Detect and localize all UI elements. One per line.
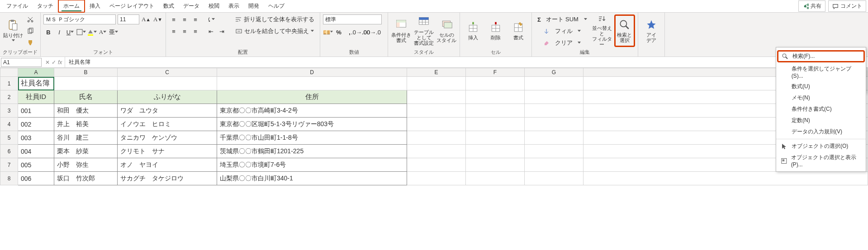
menu-insert[interactable]: 挿入 (85, 0, 105, 12)
number-format-combo[interactable]: 標準 (323, 14, 382, 24)
cell-A1[interactable]: 社員名簿 (18, 77, 54, 90)
row-header-1[interactable]: 1 (0, 77, 18, 90)
align-top-button[interactable]: ≡ (169, 14, 179, 24)
decrease-decimal-button[interactable]: .00→.0 (366, 27, 376, 37)
row-header-7[interactable]: 7 (0, 158, 18, 172)
select-all-corner[interactable] (0, 68, 18, 77)
clear-button[interactable]: クリア (535, 38, 590, 48)
sort-filter-button[interactable]: 並べ替えと フィルター (592, 14, 612, 47)
menu-developer[interactable]: 開発 (244, 0, 264, 12)
menu-data[interactable]: データ (179, 0, 204, 12)
orientation-button[interactable]: ⤹ (206, 14, 216, 24)
col-header-E[interactable]: E (407, 68, 466, 77)
dropdown-notes[interactable]: メモ(N) (776, 92, 866, 104)
cell-D1[interactable] (217, 77, 407, 90)
cell-A3[interactable]: 001 (18, 104, 54, 118)
find-select-button[interactable]: 検索と 選択 (614, 14, 635, 47)
cell-B1[interactable] (54, 77, 118, 90)
cell-C6[interactable]: クリモト サナ (118, 145, 217, 158)
cell-A7[interactable]: 005 (18, 158, 54, 172)
col-header-D[interactable]: D (217, 68, 407, 77)
cell-A4[interactable]: 002 (18, 118, 54, 131)
cell-D8[interactable]: 山梨県〇〇市白川町340-1 (217, 172, 407, 185)
merge-center-button[interactable]: セルを結合して中央揃え (232, 26, 317, 36)
dropdown-cond-fmt[interactable]: 条件付き書式(C) (776, 104, 866, 115)
font-color-button[interactable]: A (98, 27, 108, 37)
cell-D5[interactable]: 千葉県〇〇市山田町1-1-8号 (217, 131, 407, 145)
percent-button[interactable]: % (334, 27, 344, 37)
enter-formula-icon[interactable]: ✓ (52, 59, 56, 66)
cell-B6[interactable]: 栗本 紗菜 (54, 145, 118, 158)
name-box[interactable]: A1 (1, 58, 42, 67)
cell-D7[interactable]: 埼玉県〇〇市境町7-6号 (217, 158, 407, 172)
format-cells-button[interactable]: 書式 (508, 14, 529, 47)
phonetic-button[interactable]: 亜 (109, 27, 119, 37)
cell-C7[interactable]: オノ ヤヨイ (118, 158, 217, 172)
cell-C4[interactable]: イノウエ ヒロミ (118, 118, 217, 131)
col-header-B[interactable]: B (54, 68, 118, 77)
dropdown-formulas[interactable]: 数式(U) (776, 81, 866, 92)
dropdown-find[interactable]: 検索(F)... (777, 50, 865, 62)
delete-cells-button[interactable]: 削除 (485, 14, 506, 47)
fill-color-button[interactable] (87, 27, 97, 37)
paste-button[interactable]: 貼り付け (3, 14, 24, 47)
cell-B3[interactable]: 和田 優太 (54, 104, 118, 118)
dropdown-constants[interactable]: 定数(N) (776, 115, 866, 126)
conditional-formatting-button[interactable]: 条件付き 書式 (391, 14, 412, 47)
cell-styles-button[interactable]: セルの スタイル (436, 14, 457, 47)
dropdown-selection-pane[interactable]: オブジェクトの選択と表示(P)... (776, 152, 866, 170)
bold-button[interactable]: B (43, 27, 53, 37)
menu-touch[interactable]: タッチ (33, 0, 58, 12)
indent-decrease-button[interactable]: ⇤ (206, 26, 216, 36)
underline-button[interactable]: U (65, 27, 75, 37)
cell-D4[interactable]: 東京都〇〇区堀町5-1-3号リヴァー803号 (217, 118, 407, 131)
col-header-F[interactable]: F (466, 68, 525, 77)
cell-B7[interactable]: 小野 弥生 (54, 158, 118, 172)
dropdown-select-objects[interactable]: オブジェクトの選択(O) (776, 141, 866, 152)
col-header-C[interactable]: C (118, 68, 217, 77)
menu-pagelayout[interactable]: ページ レイアウト (105, 0, 159, 12)
cell-C8[interactable]: サカグチ タケジロウ (118, 172, 217, 185)
row-header-5[interactable]: 5 (0, 131, 18, 145)
cell-D3[interactable]: 東京都〇〇市高崎町3-4-2号 (217, 104, 407, 118)
copy-button[interactable] (25, 26, 35, 36)
cell-E1[interactable] (407, 77, 466, 90)
format-painter-button[interactable] (25, 38, 35, 48)
align-middle-button[interactable]: ≡ (180, 14, 190, 24)
cell-C5[interactable]: タニカワ ケンゾウ (118, 131, 217, 145)
ideas-button[interactable]: アイ デア (641, 14, 662, 47)
menu-review[interactable]: 校閲 (204, 0, 224, 12)
cell-G1[interactable] (525, 77, 583, 90)
format-as-table-button[interactable]: テーブルとして 書式設定 (413, 14, 434, 47)
menu-formulas[interactable]: 数式 (159, 0, 179, 12)
cancel-formula-icon[interactable]: ✕ (45, 59, 50, 66)
wrap-text-button[interactable]: 折り返して全体を表示する (232, 14, 317, 24)
menu-help[interactable]: ヘルプ (264, 0, 289, 12)
align-bottom-button[interactable]: ≡ (190, 14, 200, 24)
menu-view[interactable]: 表示 (224, 0, 244, 12)
worksheet-grid[interactable]: A B C D E F G 1 社員名簿 2 社員ID 氏名 ふりがな 住所 3… (0, 68, 868, 185)
menu-file[interactable]: ファイル (2, 0, 33, 12)
cell-A2[interactable]: 社員ID (18, 90, 54, 104)
align-right-button[interactable]: ≡ (190, 26, 200, 36)
col-header-G[interactable]: G (525, 68, 583, 77)
row-header-4[interactable]: 4 (0, 118, 18, 131)
cell-D6[interactable]: 茨城県〇〇市鶴田町1201-225 (217, 145, 407, 158)
font-size-combo[interactable]: 11 (118, 14, 139, 24)
dropdown-goto-special[interactable]: 条件を選択してジャンプ(S)... (776, 63, 866, 81)
cell-C2[interactable]: ふりがな (118, 90, 217, 104)
fill-button[interactable]: フィル (535, 26, 590, 36)
row-header-6[interactable]: 6 (0, 145, 18, 158)
row-header-2[interactable]: 2 (0, 90, 18, 104)
insert-cells-button[interactable]: 挿入 (463, 14, 484, 47)
fx-icon[interactable]: fx (58, 59, 62, 66)
share-button[interactable]: 共有 (798, 0, 825, 12)
cell-B5[interactable]: 谷川 建三 (54, 131, 118, 145)
row-header-3[interactable]: 3 (0, 104, 18, 118)
cell-C1[interactable] (118, 77, 217, 90)
accounting-format-button[interactable]: 💴 (323, 27, 333, 37)
increase-font-button[interactable]: A▲ (141, 14, 151, 24)
border-button[interactable] (76, 27, 86, 37)
cell-A5[interactable]: 003 (18, 131, 54, 145)
indent-increase-button[interactable]: ⇥ (217, 26, 227, 36)
